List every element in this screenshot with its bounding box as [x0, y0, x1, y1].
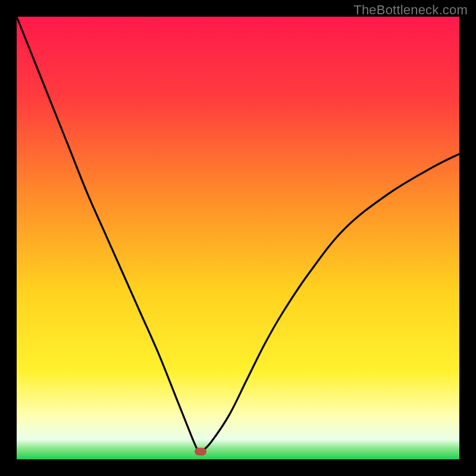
bottleneck-curve — [17, 17, 459, 459]
curve-minimum-marker — [195, 447, 206, 455]
plot-area — [17, 17, 459, 459]
watermark-text: TheBottleneck.com — [353, 2, 468, 18]
outer-frame: TheBottleneck.com — [0, 0, 476, 476]
